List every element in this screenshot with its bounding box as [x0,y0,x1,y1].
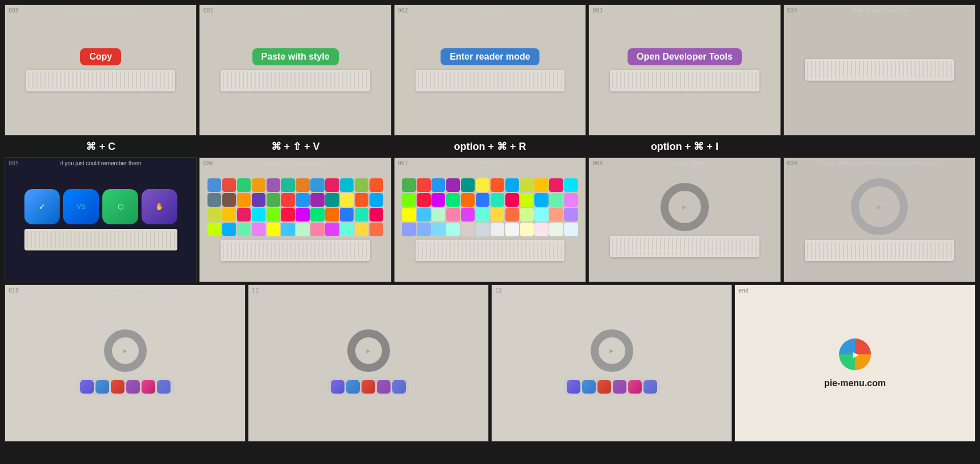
dock-icon [613,380,626,394]
app-icon [310,178,324,192]
app-icon [505,178,519,192]
slide-003[interactable]: 003 And this Open Developer Tools [588,5,780,136]
slide-img-012 [492,285,732,441]
app-icon [431,223,445,236]
app-icon [446,193,460,207]
app-icon [520,208,534,221]
slide-002[interactable]: 002 And this Enter reader mode [394,5,586,136]
app-icon [476,208,489,221]
app-icon [491,223,504,236]
app-icon [491,193,504,207]
app-icon [564,208,578,221]
app-icon [402,223,416,236]
app-icon [355,193,368,207]
shortcut-row-1: ⌘ + C ⌘ + ⇧ + V option + ⌘ + R option + … [5,136,975,155]
app-icon [222,193,236,207]
slide-cap-001: And this [200,7,391,14]
app-icon [222,178,236,192]
dock-icon [377,380,391,394]
slide-007[interactable]: 007 And this [394,157,586,283]
slide-004[interactable]: 004 They all save you time [783,5,975,136]
slide-cap-005: if you just could remember them [5,160,196,166]
app-icon [355,208,368,221]
app-icon [520,178,534,192]
app-icon [520,193,534,207]
dock-icon [331,380,344,394]
app-icon [369,178,383,192]
app-icon [520,223,534,236]
slide-img-007 [395,158,585,282]
app-icon [296,223,309,236]
slide-005[interactable]: 005 if you just could remember them ✓ VS… [5,157,197,283]
app-icon [461,208,475,221]
app-icon [355,178,368,192]
keyboard-006 [221,240,369,261]
app-icon [476,178,489,192]
dock-011 [327,378,409,395]
app-icon [325,223,339,236]
slide-011[interactable]: 11 [248,285,489,441]
app-icon [237,223,251,236]
devtools-button-label: Open Developer Tools [628,48,742,65]
app-icon [340,223,354,236]
app-icon [296,193,309,207]
app-icon [505,193,519,207]
app-icon [325,178,339,192]
dock-icon [362,380,375,394]
slide-000[interactable]: 000 **This is a keyboard shortcut** Copy [5,5,197,136]
slide-end[interactable]: end pie-menu.com [734,285,975,441]
paste-button-label: Paste with style [252,48,339,65]
slide-cap-002: And this [395,7,585,14]
app-icon [505,208,519,221]
app-icon [476,223,489,236]
keyboard-003 [610,70,759,91]
dock-icon [80,380,94,394]
app-icon [534,178,548,192]
app-icon [310,208,324,221]
shortcut-000: ⌘ + C [5,136,197,155]
slide-img-010 [5,285,245,441]
app-icon [402,208,416,221]
app-icon [402,178,416,192]
app-icon [431,178,445,192]
slide-001[interactable]: 001 And this Paste with style [199,5,391,136]
slide-cap-006: For all your different apps.. [200,160,391,166]
slide-cap-007: And this [395,160,585,166]
slide-cap-008: Enter Pie Menu [589,160,780,166]
slide-num-011: 11 [252,287,259,294]
app-icon [325,208,339,221]
app-icon [281,193,294,207]
slide-012[interactable]: 12 [491,285,732,441]
slide-010[interactable]: 010 **No matter which app you use** [5,285,246,441]
app-icon [252,193,265,207]
app-icon [491,208,504,221]
app-icon [207,208,221,221]
slide-img-001: Paste with style [200,5,391,135]
app-icon [310,193,324,207]
slide-img-006 [200,158,391,282]
slide-img-005: ✓ VS ⬡ ✋ [5,158,196,282]
pie-menu-010 [104,329,147,372]
app-icon [491,178,504,192]
app-icon [534,193,548,207]
brand-logo [839,338,871,370]
shortcut-001: ⌘ + ⇧ + V [199,136,391,155]
brand-url: pie-menu.com [824,378,886,388]
app-icon [267,208,280,221]
app-icon [564,193,578,207]
app-icon [252,223,265,236]
dock-012 [563,378,661,395]
app-icon [340,193,354,207]
app-icon [549,193,563,207]
app-icon [355,223,368,236]
dock-icon [567,380,580,394]
app-icon [267,178,280,192]
slide-img-000: Copy [5,5,196,135]
slide-006[interactable]: 006 For all your different apps.. [199,157,391,283]
app-icon [505,223,519,236]
app-icon [417,208,430,221]
app-icon [222,208,236,221]
keyboard-001 [221,70,369,91]
slide-008[interactable]: 008 Enter Pie Menu [588,157,780,283]
slide-009[interactable]: 009 **One keyboard shortcut for all your… [783,157,975,283]
